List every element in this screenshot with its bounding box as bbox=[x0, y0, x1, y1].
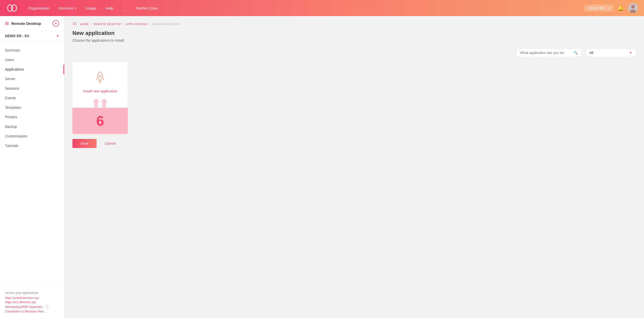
sidebar-item-customisation[interactable]: Customisation bbox=[0, 131, 64, 141]
nav-partner-zone[interactable]: Partner Zone bbox=[136, 6, 158, 10]
sidebar-item-summary[interactable]: Summary bbox=[0, 45, 64, 55]
layout: ⊞ Remote Desktop + DEMO ER - ES ▼ Summar… bbox=[0, 16, 644, 318]
cards-grid: Install new application 6 bbox=[72, 62, 636, 134]
footer-link-portal[interactable]: https://portal.demoinc.xyz bbox=[5, 296, 59, 300]
breadcrumb-applications[interactable]: APPLICATIONS bbox=[126, 23, 147, 26]
cancel-button[interactable]: Cancel bbox=[101, 139, 120, 148]
sidebar-item-templates[interactable]: Templates bbox=[0, 103, 64, 112]
chevron-down-icon: ▼ bbox=[74, 7, 77, 10]
nav-organisation[interactable]: Organisation bbox=[28, 6, 50, 10]
card-arrow bbox=[72, 98, 128, 108]
footer-link-er1[interactable]: https://er1.demoinc.xyz bbox=[5, 300, 59, 304]
sidebar-item-events[interactable]: Events bbox=[0, 93, 64, 103]
nav-divider bbox=[125, 4, 125, 12]
search-icon: 🔍 bbox=[574, 51, 578, 55]
tenant-selector[interactable]: DEMO INC ▼ bbox=[584, 5, 614, 12]
avatar[interactable] bbox=[628, 3, 638, 13]
svg-point-3 bbox=[631, 5, 635, 9]
sidebar-item-tutorials[interactable]: Tutorials bbox=[0, 141, 64, 150]
chevron-down-icon: ▼ bbox=[56, 34, 59, 38]
sidebar-item-users[interactable]: Users bbox=[0, 55, 64, 65]
sidebar-tenant[interactable]: DEMO ER - ES ▼ bbox=[0, 31, 64, 41]
search-box: 🔍 bbox=[516, 48, 582, 57]
breadcrumb-remote-desktop[interactable]: REMOTE DESKTOP bbox=[94, 23, 121, 26]
card-label: Install new application bbox=[83, 89, 117, 93]
breadcrumb-logo bbox=[72, 22, 77, 26]
chevron-down-icon: ▼ bbox=[608, 7, 610, 10]
nav-usage[interactable]: Usage bbox=[86, 6, 97, 10]
search-filter-row: 🔍 All ▼ bbox=[72, 48, 636, 57]
footer-access-title: Access your applications bbox=[5, 291, 59, 295]
card-count: 6 bbox=[96, 114, 104, 128]
sidebar-item-applications[interactable]: Applications bbox=[0, 65, 64, 74]
help-icon[interactable]: ? bbox=[45, 305, 50, 310]
filter-label: All bbox=[589, 51, 593, 55]
nav-links: Organisation Services ▼ Usage Help Partn… bbox=[28, 4, 584, 12]
bell-icon[interactable]: 🔔 bbox=[618, 5, 624, 11]
sidebar: ⊞ Remote Desktop + DEMO ER - ES ▼ Summar… bbox=[0, 16, 64, 318]
page-title: New application bbox=[72, 30, 636, 36]
rocket-icon bbox=[92, 70, 108, 86]
install-new-application-card[interactable]: Install new application 6 bbox=[72, 62, 128, 134]
main-content: HOME / REMOTE DESKTOP / APPLICATIONS / N… bbox=[64, 16, 644, 318]
sidebar-item-server[interactable]: Server bbox=[0, 74, 64, 84]
add-button[interactable]: + bbox=[53, 20, 59, 27]
sidebar-nav: Summary Users Applications Server Sessio… bbox=[0, 43, 64, 152]
tenant-name: DEMO ER - ES bbox=[5, 34, 56, 38]
breadcrumb-current: NEW APPLICATION bbox=[152, 23, 179, 26]
breadcrumb: HOME / REMOTE DESKTOP / APPLICATIONS / N… bbox=[72, 22, 636, 26]
svg-point-7 bbox=[99, 75, 101, 78]
sidebar-item-sessions[interactable]: Sessions bbox=[0, 84, 64, 93]
top-nav: Organisation Services ▼ Usage Help Partn… bbox=[0, 0, 644, 16]
sidebar-title: Remote Desktop bbox=[11, 21, 53, 26]
remote-desktop-icon: ⊞ bbox=[5, 21, 9, 26]
sidebar-divider bbox=[0, 42, 64, 42]
actions-row: Save Cancel bbox=[72, 139, 636, 148]
save-button[interactable]: Save bbox=[72, 139, 97, 148]
footer-link-rdp[interactable]: RemoteApp/RDP Generator bbox=[5, 305, 43, 309]
footer-link-windows[interactable]: Connection to Windows Rem... bbox=[5, 310, 59, 313]
nav-services[interactable]: Services ▼ bbox=[59, 6, 76, 10]
sidebar-footer: Access your applications https://portal.… bbox=[0, 287, 64, 318]
nav-right: DEMO INC ▼ 🔔 bbox=[584, 3, 638, 13]
card-top: Install new application bbox=[72, 62, 128, 98]
filter-select[interactable]: All ▼ bbox=[586, 48, 636, 57]
page-subtitle: Choose the applications to install bbox=[72, 38, 636, 42]
arrow-shapes bbox=[93, 98, 108, 108]
card-bottom: 6 bbox=[72, 108, 128, 134]
sidebar-header: ⊞ Remote Desktop + bbox=[0, 16, 64, 31]
sidebar-item-printers[interactable]: Printers bbox=[0, 112, 64, 122]
chevron-down-icon: ▼ bbox=[629, 51, 632, 55]
search-input[interactable] bbox=[520, 51, 572, 55]
breadcrumb-home[interactable]: HOME bbox=[80, 23, 89, 26]
nav-help[interactable]: Help bbox=[106, 6, 113, 10]
logo[interactable] bbox=[6, 4, 18, 12]
sidebar-item-backup[interactable]: Backup bbox=[0, 122, 64, 131]
